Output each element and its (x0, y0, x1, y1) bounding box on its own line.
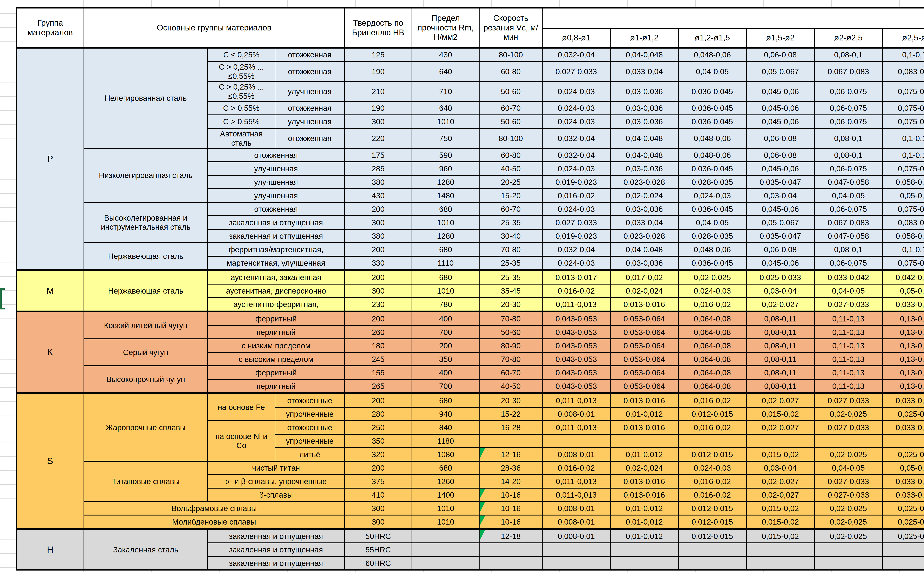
cutting-speed-vc[interactable]: 60-80 (479, 62, 542, 82)
feed-value[interactable]: 0,11-0,13 (814, 311, 882, 325)
feed-value[interactable]: 0,013-0,016 (610, 475, 678, 488)
hardness-hb[interactable]: 190 (344, 101, 412, 115)
feed-value[interactable]: 0,075-0,12 (882, 256, 924, 270)
feed-value[interactable]: 0,036-0,045 (678, 202, 746, 216)
material-name[interactable]: Жаропрочные сплавы (84, 393, 207, 461)
feed-value[interactable]: 0,083-0,13 (882, 62, 924, 82)
feed-value[interactable]: 0,04-0,05 (814, 461, 882, 475)
feed-value[interactable]: 0,036-0,045 (678, 115, 746, 129)
feed-value[interactable]: 0,02-0,025 (814, 502, 882, 515)
cutting-speed-vc[interactable]: 25-35 (479, 270, 542, 284)
strength-rm[interactable]: 400 (412, 366, 479, 379)
feed-value[interactable]: 0,008-0,01 (542, 529, 610, 543)
material-name[interactable]: Высокопрочный чугун (84, 366, 207, 393)
treatment[interactable]: аустенитно-ферритная, (207, 298, 344, 312)
feed-value[interactable]: 0,024-0,03 (542, 162, 610, 176)
cutting-speed-vc[interactable]: 70-80 (479, 243, 542, 256)
feed-value[interactable]: 0,011-0,013 (542, 488, 610, 502)
feed-value[interactable]: 0,033-0,053 (882, 488, 924, 502)
feed-value[interactable] (542, 543, 610, 556)
treatment[interactable]: с низким пределом (207, 339, 344, 353)
feed-value[interactable]: 0,024-0,03 (542, 256, 610, 270)
hardness-hb[interactable]: 260 (344, 325, 412, 339)
cutting-speed-vc[interactable] (479, 434, 542, 448)
feed-value[interactable]: 0,036-0,045 (678, 101, 746, 115)
hardness-hb[interactable]: 200 (344, 311, 412, 325)
treatment[interactable]: ферритная/мартенситная, (207, 243, 344, 256)
feed-value[interactable]: 0,032-0,04 (542, 129, 610, 148)
feed-value[interactable]: 0,05-0,067 (746, 62, 814, 82)
feed-value[interactable]: 0,11-0,13 (814, 325, 882, 339)
treatment[interactable]: отожженная (275, 48, 344, 62)
feed-value[interactable]: 0,06-0,075 (814, 202, 882, 216)
material-subtype[interactable]: C ≤ 0,25% (207, 48, 275, 62)
feed-value[interactable]: 0,024-0,03 (542, 82, 610, 101)
strength-rm[interactable]: 430 (412, 48, 479, 62)
strength-rm[interactable]: 680 (412, 461, 479, 475)
feed-value[interactable]: 0,016-0,02 (678, 393, 746, 407)
treatment[interactable]: отожженная (275, 129, 344, 148)
feed-value[interactable]: 0,03-0,036 (610, 256, 678, 270)
group-label[interactable]: M (16, 270, 84, 311)
feed-value[interactable]: 0,008-0,01 (542, 515, 610, 529)
hardness-hb[interactable]: 175 (344, 148, 412, 162)
treatment[interactable]: литьё (275, 448, 344, 461)
feed-value[interactable]: 0,035-0,047 (746, 229, 814, 243)
strength-rm[interactable]: 680 (412, 202, 479, 216)
cutting-speed-vc[interactable]: 60-70 (479, 202, 542, 216)
feed-value[interactable]: 0,043-0,053 (542, 311, 610, 325)
feed-value[interactable]: 0,02-0,025 (814, 407, 882, 421)
feed-value[interactable]: 0,013-0,016 (610, 393, 678, 407)
feed-value[interactable]: 0,045-0,06 (746, 101, 814, 115)
feed-value[interactable]: 0,06-0,075 (814, 162, 882, 176)
feed-value[interactable]: 0,04-0,05 (814, 284, 882, 298)
feed-value[interactable]: 0,04-0,048 (610, 48, 678, 62)
group-label[interactable]: P (16, 48, 84, 270)
hardness-hb[interactable]: 280 (344, 407, 412, 421)
feed-value[interactable]: 0,023-0,028 (610, 229, 678, 243)
feed-value[interactable] (746, 543, 814, 556)
strength-rm[interactable]: 1010 (412, 115, 479, 129)
feed-value[interactable] (542, 556, 610, 570)
feed-col-header[interactable]: ø2-ø2,5 (814, 28, 882, 48)
material-name[interactable]: Нержавеющая сталь (84, 243, 207, 270)
feed-value[interactable]: 0,033-0,04 (610, 216, 678, 229)
feed-value[interactable]: 0,075-0,12 (882, 115, 924, 129)
feed-value[interactable]: 0,03-0,036 (610, 162, 678, 176)
hardness-hb[interactable]: 265 (344, 379, 412, 393)
strength-rm[interactable]: 1480 (412, 189, 479, 202)
strength-rm[interactable]: 1280 (412, 176, 479, 189)
strength-rm[interactable]: 1010 (412, 515, 479, 529)
hardness-hb[interactable]: 210 (344, 82, 412, 101)
strength-rm[interactable]: 1110 (412, 256, 479, 270)
strength-rm[interactable]: 750 (412, 129, 479, 148)
cutting-speed-vc[interactable]: 50-60 (479, 82, 542, 101)
feed-value[interactable]: 0,019-0,023 (542, 176, 610, 189)
strength-rm[interactable]: 680 (412, 393, 479, 407)
feed-value[interactable] (746, 434, 814, 448)
feed-col-header[interactable]: ø1,2-ø1,5 (678, 28, 746, 48)
hardness-hb[interactable]: 300 (344, 284, 412, 298)
feed-value[interactable]: 0,042-0,067 (882, 270, 924, 284)
cutting-speed-vc[interactable] (479, 556, 542, 570)
feed-value[interactable]: 0,027-0,033 (542, 62, 610, 82)
strength-rm[interactable]: 960 (412, 162, 479, 176)
feed-value[interactable]: 0,023-0,028 (610, 176, 678, 189)
feed-value[interactable]: 0,01-0,012 (610, 515, 678, 529)
feed-value[interactable]: 0,016-0,02 (678, 298, 746, 312)
strength-rm[interactable]: 940 (412, 407, 479, 421)
feed-value[interactable]: 0,027-0,033 (814, 488, 882, 502)
cutting-speed-vc[interactable]: 30-40 (479, 229, 542, 243)
feed-value[interactable]: 0,064-0,08 (678, 379, 746, 393)
cutting-speed-vc[interactable]: 14-20 (479, 475, 542, 488)
feed-value[interactable]: 0,047-0,058 (814, 229, 882, 243)
hardness-hb[interactable]: 430 (344, 189, 412, 202)
material-name[interactable]: Титановые сплавы (84, 461, 207, 502)
feed-value[interactable]: 0,04-0,048 (610, 129, 678, 148)
feed-value[interactable]: 0,03-0,04 (746, 461, 814, 475)
cutting-speed-vc[interactable]: 25-35 (479, 256, 542, 270)
feed-value[interactable]: 0,03-0,04 (746, 284, 814, 298)
feed-value[interactable]: 0,025-0,04 (882, 448, 924, 461)
feed-value[interactable]: 0,053-0,064 (610, 353, 678, 366)
hardness-hb[interactable]: 200 (344, 461, 412, 475)
